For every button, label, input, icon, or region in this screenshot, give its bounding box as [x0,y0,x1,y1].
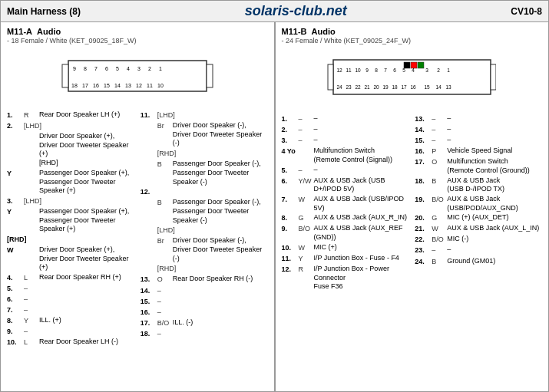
pin-row-17: 17. B/O ILL. (-) [141,318,268,328]
svg-text:21: 21 [365,84,371,90]
svg-text:24: 24 [337,84,343,90]
panel-m11a: M11-A Audio - 18 Female / White (KET_090… [1,22,275,391]
svg-text:17: 17 [82,83,88,88]
panel-a-left-col: 1. R Rear Door Speaker LH (+) 2. [LHD] D… [7,110,134,348]
pin-b-row-11: 11. Y I/P Junction Box - Fuse - F4 [282,254,409,264]
pin-row-13: 13. O Rear Door Speaker RH (-) [141,275,268,285]
pin-b-row-13: 13. – – [415,114,542,124]
svg-text:11: 11 [147,83,153,88]
connector-a-diagram: 9 8 7 6 5 4 3 2 1 18 17 16 15 14 13 12 [7,49,268,103]
svg-text:13: 13 [446,84,452,90]
svg-text:4: 4 [127,66,130,71]
svg-text:15: 15 [425,84,431,90]
svg-rect-1 [62,64,68,87]
pin-row-10: 10. L Rear Door Speaker LH (-) [7,338,134,348]
svg-text:3: 3 [137,66,141,71]
connector-a-svg: 9 8 7 6 5 4 3 2 1 18 17 16 15 14 13 12 [61,49,214,103]
svg-text:5: 5 [116,66,119,71]
panel-b-left-col: 1. – – 2. – – 3. – – 4 Yo [282,114,409,292]
panel-b-title: Audio [312,27,336,36]
header-title: Main Harness (8) [7,6,81,17]
pin-b-row-17: 17. O Multifunction Switch(Remote Contro… [415,157,542,175]
pin-row-9: 9. – [7,327,134,337]
svg-rect-26 [418,62,424,68]
pin-b-row-10: 10. W MIC (+) [282,243,409,253]
panel-a-title: Audio [37,27,61,36]
pin-row-6: 6. – [7,295,134,305]
svg-text:5: 5 [402,68,405,73]
pin-b-row-21: 21. W AUX & USB Jack (AUX_L_IN) [415,224,542,234]
pin-row-1: 1. R Rear Door Speaker LH (+) [7,110,134,120]
panel-b-right-col: 13. – – 14. – – 15. – – 16 [415,114,542,292]
svg-text:1: 1 [159,66,162,71]
svg-rect-22 [328,64,333,90]
svg-text:22: 22 [356,84,362,90]
main-page: Main Harness (8) solaris-club.net CV10-8… [0,0,549,392]
pin-row-11: 11. [LHD] [141,110,268,120]
pin-row-2a: Driver Door Speaker (+),Driver Door Twee… [7,132,134,168]
svg-text:16: 16 [93,83,99,88]
header-site: solaris-club.net [245,3,347,19]
panel-a-right-col: 11. [LHD] Br Driver Door Speaker (-),Dri… [141,110,268,348]
pin-b-row-14: 14. – – [415,125,542,135]
pin-b-row-15: 15. – – [415,136,542,146]
pin-row-y1: Y Passenger Door Speaker (+),Passenger D… [7,169,134,196]
svg-text:13: 13 [125,83,131,88]
pin-b-row-8: 8. G AUX & USB Jack (AUX_R_IN) [282,213,409,223]
connector-b-svg: 12 11 10 9 8 7 6 5 4 3 2 1 24 23 22 21 [327,49,496,107]
svg-text:19: 19 [383,84,389,90]
svg-text:3: 3 [425,68,428,73]
pin-row-12: 12. [141,187,268,197]
pin-b-row-5: 5. – – [282,166,409,176]
pin-row-12a: B Passenger Door Speaker (-),Passenger D… [141,198,268,225]
connector-b-diagram: 12 11 10 9 8 7 6 5 4 3 2 1 24 23 22 21 [282,49,543,107]
svg-text:2: 2 [437,68,440,73]
svg-text:17: 17 [402,84,408,90]
svg-rect-23 [491,64,496,90]
pin-b-row-6: 6. Y/W AUX & USB Jack (USB D+/IPOD 5V) [282,176,409,194]
pin-b-row-24: 24. B Ground (GM01) [415,257,542,267]
pin-row-11c: B Passenger Door Speaker (-),Passenger D… [141,160,268,186]
pin-b-row-1: 1. – – [282,114,409,124]
panel-a-id: M11-A [7,27,32,36]
pin-b-row-18: 18. B AUX & USB Jack(USB D-/IPOD TX) [415,176,542,194]
panel-b-id: M11-B [282,27,307,36]
svg-text:23: 23 [346,84,352,90]
pin-row-3c: W Driver Door Speaker (+),Driver Door Tw… [7,245,134,272]
pin-row-8: 8. Y ILL. (+) [7,316,134,326]
pin-row-3b: [RHD] [7,235,134,245]
pin-row-12b: [LHD] [141,226,268,236]
svg-text:18: 18 [392,84,399,90]
panel-b-pin-table: 1. – – 2. – – 3. – – 4 Yo [282,114,543,292]
svg-text:6: 6 [393,68,396,73]
panel-a-subtitle: - 18 Female / White (KET_09025_18F_W) [7,37,268,44]
pin-row-3a: Y Passenger Door Speaker (+),Passenger D… [7,207,134,234]
svg-text:16: 16 [411,84,417,90]
pin-b-row-7: 7. W AUX & USB Jack (USB/IPOD 5V) [282,195,409,212]
pin-row-12c: Br Driver Door Speaker (-),Driver Door T… [141,236,268,263]
pin-row-5: 5. – [7,284,134,294]
pin-b-row-16: 16. P Vehicle Speed Signal [415,147,542,156]
pin-row-15: 15. – [141,297,268,307]
svg-text:8: 8 [84,66,87,71]
pin-b-row-4: 4 Yo Multifunction Switch(Remote Control… [282,147,409,164]
panel-a-pin-table: 1. R Rear Door Speaker LH (+) 2. [LHD] D… [7,110,268,348]
pin-row-3: 3. [LHD] [7,196,134,206]
svg-text:9: 9 [365,68,369,73]
pin-row-11b: [RHD] [141,149,268,159]
svg-text:8: 8 [375,68,378,73]
pin-row-12d: [RHD] [141,264,268,274]
panel-m11b: M11-B Audio - 24 Female / White (KET_090… [276,22,549,391]
svg-text:12: 12 [337,68,343,73]
pin-row-14: 14. – [141,286,268,296]
pin-row-18: 18. – [141,329,268,339]
svg-text:10: 10 [356,68,362,73]
svg-text:1: 1 [447,68,450,73]
svg-text:15: 15 [104,83,110,88]
pin-b-row-3: 3. – – [282,136,409,146]
svg-text:14: 14 [114,83,121,88]
svg-text:18: 18 [71,83,78,88]
header: Main Harness (8) solaris-club.net CV10-8 [1,1,548,22]
svg-text:12: 12 [136,83,142,88]
svg-text:6: 6 [105,66,108,71]
